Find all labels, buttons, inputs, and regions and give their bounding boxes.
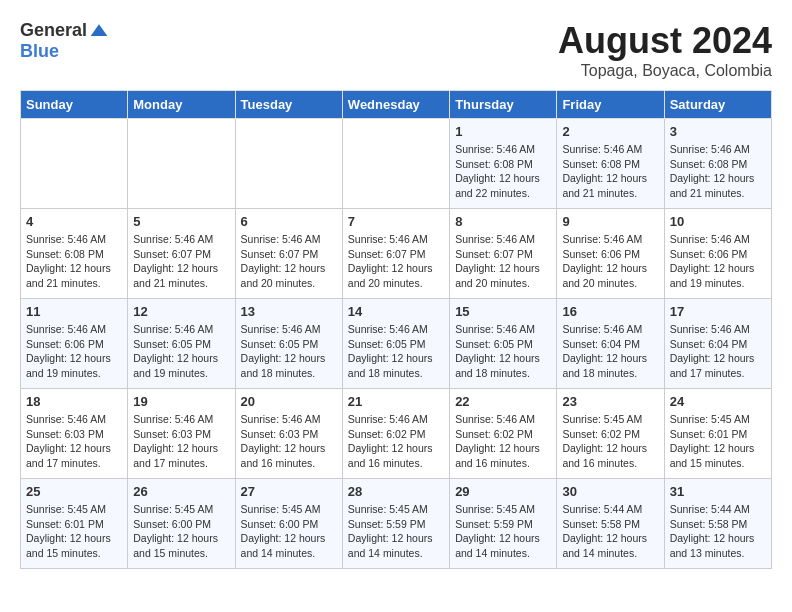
calendar-cell-24: 24Sunrise: 5:45 AM Sunset: 6:01 PM Dayli… — [664, 389, 771, 479]
day-number: 13 — [241, 304, 337, 319]
header-day-wednesday: Wednesday — [342, 91, 449, 119]
week-row-2: 4Sunrise: 5:46 AM Sunset: 6:08 PM Daylig… — [21, 209, 772, 299]
day-info: Sunrise: 5:46 AM Sunset: 6:07 PM Dayligh… — [133, 232, 229, 291]
logo-icon — [89, 21, 109, 41]
day-number: 12 — [133, 304, 229, 319]
day-info: Sunrise: 5:46 AM Sunset: 6:07 PM Dayligh… — [241, 232, 337, 291]
day-number: 3 — [670, 124, 766, 139]
day-number: 9 — [562, 214, 658, 229]
day-number: 7 — [348, 214, 444, 229]
day-number: 15 — [455, 304, 551, 319]
day-info: Sunrise: 5:46 AM Sunset: 6:07 PM Dayligh… — [455, 232, 551, 291]
day-info: Sunrise: 5:46 AM Sunset: 6:05 PM Dayligh… — [241, 322, 337, 381]
calendar-body: 1Sunrise: 5:46 AM Sunset: 6:08 PM Daylig… — [21, 119, 772, 569]
day-info: Sunrise: 5:45 AM Sunset: 5:59 PM Dayligh… — [455, 502, 551, 561]
day-info: Sunrise: 5:46 AM Sunset: 6:08 PM Dayligh… — [670, 142, 766, 201]
day-info: Sunrise: 5:46 AM Sunset: 6:04 PM Dayligh… — [562, 322, 658, 381]
calendar-cell-17: 17Sunrise: 5:46 AM Sunset: 6:04 PM Dayli… — [664, 299, 771, 389]
week-row-4: 18Sunrise: 5:46 AM Sunset: 6:03 PM Dayli… — [21, 389, 772, 479]
day-info: Sunrise: 5:45 AM Sunset: 6:00 PM Dayligh… — [133, 502, 229, 561]
logo-blue: Blue — [20, 41, 59, 62]
day-number: 25 — [26, 484, 122, 499]
day-number: 8 — [455, 214, 551, 229]
calendar-cell-8: 8Sunrise: 5:46 AM Sunset: 6:07 PM Daylig… — [450, 209, 557, 299]
day-number: 28 — [348, 484, 444, 499]
header-row: SundayMondayTuesdayWednesdayThursdayFrid… — [21, 91, 772, 119]
calendar-cell-11: 11Sunrise: 5:46 AM Sunset: 6:06 PM Dayli… — [21, 299, 128, 389]
calendar-cell-22: 22Sunrise: 5:46 AM Sunset: 6:02 PM Dayli… — [450, 389, 557, 479]
day-number: 18 — [26, 394, 122, 409]
day-info: Sunrise: 5:46 AM Sunset: 6:08 PM Dayligh… — [26, 232, 122, 291]
day-info: Sunrise: 5:46 AM Sunset: 6:02 PM Dayligh… — [455, 412, 551, 471]
calendar-cell-31: 31Sunrise: 5:44 AM Sunset: 5:58 PM Dayli… — [664, 479, 771, 569]
day-info: Sunrise: 5:45 AM Sunset: 5:59 PM Dayligh… — [348, 502, 444, 561]
day-info: Sunrise: 5:46 AM Sunset: 6:06 PM Dayligh… — [562, 232, 658, 291]
calendar-cell-16: 16Sunrise: 5:46 AM Sunset: 6:04 PM Dayli… — [557, 299, 664, 389]
day-info: Sunrise: 5:46 AM Sunset: 6:05 PM Dayligh… — [133, 322, 229, 381]
calendar-cell-23: 23Sunrise: 5:45 AM Sunset: 6:02 PM Dayli… — [557, 389, 664, 479]
calendar-cell-1: 1Sunrise: 5:46 AM Sunset: 6:08 PM Daylig… — [450, 119, 557, 209]
day-number: 23 — [562, 394, 658, 409]
day-number: 16 — [562, 304, 658, 319]
day-info: Sunrise: 5:45 AM Sunset: 6:01 PM Dayligh… — [26, 502, 122, 561]
calendar-cell-12: 12Sunrise: 5:46 AM Sunset: 6:05 PM Dayli… — [128, 299, 235, 389]
day-info: Sunrise: 5:46 AM Sunset: 6:06 PM Dayligh… — [670, 232, 766, 291]
calendar-cell-10: 10Sunrise: 5:46 AM Sunset: 6:06 PM Dayli… — [664, 209, 771, 299]
day-number: 20 — [241, 394, 337, 409]
day-info: Sunrise: 5:46 AM Sunset: 6:07 PM Dayligh… — [348, 232, 444, 291]
calendar-cell-27: 27Sunrise: 5:45 AM Sunset: 6:00 PM Dayli… — [235, 479, 342, 569]
month-year-title: August 2024 — [558, 20, 772, 62]
day-number: 29 — [455, 484, 551, 499]
title-block: August 2024 Topaga, Boyaca, Colombia — [558, 20, 772, 80]
calendar-cell-26: 26Sunrise: 5:45 AM Sunset: 6:00 PM Dayli… — [128, 479, 235, 569]
calendar-cell-6: 6Sunrise: 5:46 AM Sunset: 6:07 PM Daylig… — [235, 209, 342, 299]
header-day-saturday: Saturday — [664, 91, 771, 119]
day-number: 19 — [133, 394, 229, 409]
calendar-cell-empty — [21, 119, 128, 209]
day-info: Sunrise: 5:45 AM Sunset: 6:00 PM Dayligh… — [241, 502, 337, 561]
day-number: 4 — [26, 214, 122, 229]
week-row-1: 1Sunrise: 5:46 AM Sunset: 6:08 PM Daylig… — [21, 119, 772, 209]
calendar-cell-empty — [235, 119, 342, 209]
calendar-cell-14: 14Sunrise: 5:46 AM Sunset: 6:05 PM Dayli… — [342, 299, 449, 389]
location-subtitle: Topaga, Boyaca, Colombia — [558, 62, 772, 80]
calendar-cell-30: 30Sunrise: 5:44 AM Sunset: 5:58 PM Dayli… — [557, 479, 664, 569]
day-number: 17 — [670, 304, 766, 319]
day-number: 22 — [455, 394, 551, 409]
calendar-cell-empty — [342, 119, 449, 209]
day-info: Sunrise: 5:46 AM Sunset: 6:06 PM Dayligh… — [26, 322, 122, 381]
calendar-cell-15: 15Sunrise: 5:46 AM Sunset: 6:05 PM Dayli… — [450, 299, 557, 389]
calendar-cell-13: 13Sunrise: 5:46 AM Sunset: 6:05 PM Dayli… — [235, 299, 342, 389]
day-number: 27 — [241, 484, 337, 499]
calendar-cell-21: 21Sunrise: 5:46 AM Sunset: 6:02 PM Dayli… — [342, 389, 449, 479]
day-info: Sunrise: 5:45 AM Sunset: 6:02 PM Dayligh… — [562, 412, 658, 471]
day-info: Sunrise: 5:46 AM Sunset: 6:03 PM Dayligh… — [241, 412, 337, 471]
day-number: 14 — [348, 304, 444, 319]
svg-marker-0 — [91, 24, 108, 36]
day-info: Sunrise: 5:46 AM Sunset: 6:02 PM Dayligh… — [348, 412, 444, 471]
day-info: Sunrise: 5:46 AM Sunset: 6:03 PM Dayligh… — [26, 412, 122, 471]
day-number: 1 — [455, 124, 551, 139]
calendar-cell-19: 19Sunrise: 5:46 AM Sunset: 6:03 PM Dayli… — [128, 389, 235, 479]
calendar-cell-25: 25Sunrise: 5:45 AM Sunset: 6:01 PM Dayli… — [21, 479, 128, 569]
calendar-cell-29: 29Sunrise: 5:45 AM Sunset: 5:59 PM Dayli… — [450, 479, 557, 569]
day-number: 21 — [348, 394, 444, 409]
day-info: Sunrise: 5:46 AM Sunset: 6:05 PM Dayligh… — [455, 322, 551, 381]
day-number: 5 — [133, 214, 229, 229]
logo: General Blue — [20, 20, 109, 62]
day-info: Sunrise: 5:45 AM Sunset: 6:01 PM Dayligh… — [670, 412, 766, 471]
day-info: Sunrise: 5:46 AM Sunset: 6:04 PM Dayligh… — [670, 322, 766, 381]
calendar-cell-2: 2Sunrise: 5:46 AM Sunset: 6:08 PM Daylig… — [557, 119, 664, 209]
header-day-monday: Monday — [128, 91, 235, 119]
calendar-cell-5: 5Sunrise: 5:46 AM Sunset: 6:07 PM Daylig… — [128, 209, 235, 299]
day-info: Sunrise: 5:44 AM Sunset: 5:58 PM Dayligh… — [670, 502, 766, 561]
day-number: 6 — [241, 214, 337, 229]
logo-general: General — [20, 20, 87, 41]
header-day-sunday: Sunday — [21, 91, 128, 119]
header-day-friday: Friday — [557, 91, 664, 119]
header-day-tuesday: Tuesday — [235, 91, 342, 119]
day-number: 10 — [670, 214, 766, 229]
page-header: General Blue August 2024 Topaga, Boyaca,… — [20, 20, 772, 80]
day-info: Sunrise: 5:46 AM Sunset: 6:08 PM Dayligh… — [455, 142, 551, 201]
calendar-cell-empty — [128, 119, 235, 209]
